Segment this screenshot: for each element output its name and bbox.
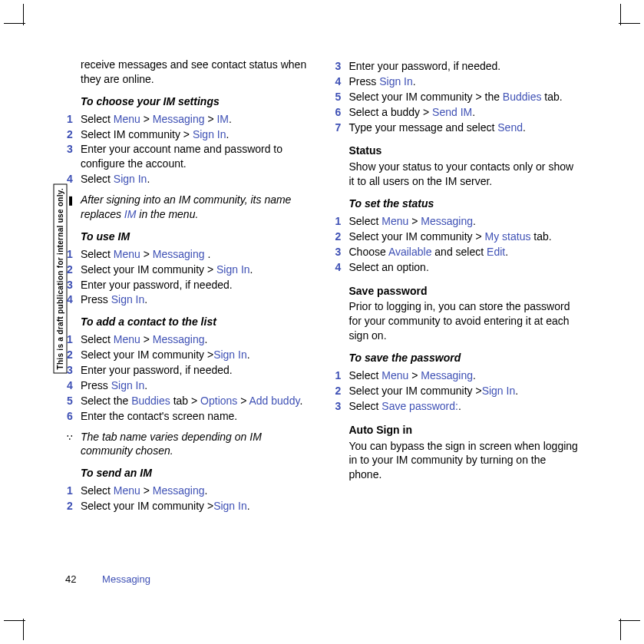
step-number: 2 (335, 384, 343, 398)
step-text: Enter your password, if needed. (349, 60, 501, 72)
column-left: receive messages and see contact status … (65, 58, 311, 514)
step-number: 2 (67, 348, 74, 362)
step-text: Select your IM community > Sign In. (81, 263, 253, 276)
column-right: 3Enter your password, if needed. 4Press … (334, 58, 580, 514)
crop-mark (23, 4, 24, 25)
list-item: 1Select Menu > Messaging. (334, 368, 580, 383)
page-footer: 42 Messaging (65, 573, 150, 586)
list-item: 4Press Sign In. (65, 378, 311, 393)
step-number: 2 (67, 263, 74, 277)
steps-choose-im-settings: 1Select Menu > Messaging > IM. 2Select I… (65, 112, 311, 187)
step-number: 1 (335, 214, 343, 229)
list-item: 3Enter your password, if needed. (65, 278, 311, 292)
step-text: Select an option. (349, 261, 429, 273)
list-item: 2Select IM community > Sign In. (65, 127, 311, 142)
crop-mark (619, 23, 640, 24)
step-number: 5 (67, 394, 74, 408)
steps-send-im: 1Select Menu > Messaging. 2Select your I… (65, 484, 311, 514)
step-text: Select Menu > Messaging. (349, 215, 476, 227)
list-item: 4Select Sign In. (65, 172, 311, 187)
step-number: 1 (67, 484, 74, 498)
step-text: Select the Buddies tab > Options > Add b… (81, 395, 302, 407)
step-text: Enter your password, if needed. (81, 279, 233, 291)
step-number: 4 (335, 74, 343, 89)
step-number: 3 (67, 278, 74, 292)
list-item: 3Choose Available and select Edit. (334, 245, 580, 259)
step-number: 3 (67, 142, 74, 157)
step-text: Select Sign In. (81, 173, 150, 185)
step-text: Type your message and select Send. (349, 121, 526, 134)
steps-add-contact: 1Select Menu > Messaging. 2Select your I… (65, 332, 311, 423)
heading-choose-im-settings: To choose your IM settings (65, 94, 311, 109)
crop-mark (619, 620, 640, 621)
steps-use-im: 1Select Menu > Messaging . 2Select your … (65, 247, 311, 308)
list-item: 2Select your IM community >Sign In. (334, 384, 580, 398)
list-item: 5Select your IM community > the Buddies … (334, 90, 580, 104)
heading-send-im: To send an IM (65, 466, 311, 481)
step-text: Select your IM community > My status tab… (349, 230, 552, 243)
list-item: 1Select Menu > Messaging > IM. (65, 112, 311, 127)
step-number: 1 (67, 332, 74, 347)
step-text: Select Menu > Messaging . (81, 248, 210, 260)
step-number: 6 (335, 105, 343, 120)
step-number: 4 (67, 172, 74, 187)
step-number: 3 (335, 245, 343, 259)
list-item: 7Type your message and select Send. (334, 121, 580, 135)
step-text: Select IM community > Sign In. (81, 128, 229, 140)
heading-add-contact: To add a contact to the list (65, 315, 311, 329)
list-item: 6Select a buddy > Send IM. (334, 105, 580, 120)
steps-send-im-continued: 3Enter your password, if needed. 4Press … (334, 59, 580, 134)
note-tab-name: ∵ The tab name varies depending on IM co… (65, 430, 311, 459)
step-text: Select your IM community >Sign In. (81, 348, 250, 361)
list-item: 4Select an option. (334, 260, 580, 275)
step-text: Select Menu > Messaging. (81, 333, 207, 345)
step-text: Select Menu > Messaging. (81, 484, 207, 497)
step-number: 1 (67, 112, 74, 127)
list-item: 1Select Menu > Messaging. (334, 214, 580, 229)
step-number: 5 (335, 90, 343, 104)
list-item: 2Select your IM community > Sign In. (65, 263, 311, 277)
status-paragraph: Show your status to your contacts only o… (334, 160, 580, 189)
heading-use-im: To use IM (65, 230, 311, 244)
list-item: 1Select Menu > Messaging. (65, 332, 311, 347)
step-text: Enter the contact's screen name. (81, 410, 237, 422)
heading-to-save-password: To save the password (334, 351, 580, 365)
step-number: 2 (67, 499, 74, 514)
list-item: 4Press Sign In. (65, 292, 311, 307)
step-text: Select Menu > Messaging. (349, 369, 476, 381)
crop-mark (620, 4, 621, 25)
page-content: receive messages and see contact status … (65, 58, 579, 586)
list-item: 2Select your IM community >Sign In. (65, 499, 311, 514)
steps-save-password: 1Select Menu > Messaging. 2Select your I… (334, 368, 580, 414)
steps-set-status: 1Select Menu > Messaging. 2Select your I… (334, 214, 580, 275)
step-text: Select your IM community >Sign In. (81, 500, 250, 512)
step-text: Select a buddy > Send IM. (349, 106, 476, 118)
save-password-paragraph: Prior to logging in, you can store the p… (334, 299, 580, 343)
step-number: 6 (67, 409, 74, 424)
heading-auto-signin: Auto Sign in (334, 423, 580, 438)
list-item: 4Press Sign In. (334, 74, 580, 89)
list-item: 2Select your IM community > My status ta… (334, 230, 580, 244)
step-number: 3 (335, 399, 343, 414)
note-signin: ❚ After signing into an IM community, it… (65, 193, 311, 222)
intro-paragraph: receive messages and see contact status … (65, 58, 311, 87)
heading-set-status: To set the status (334, 197, 580, 211)
list-item: 3Enter your password, if needed. (65, 363, 311, 378)
list-item: 3Enter your password, if needed. (334, 59, 580, 74)
crop-mark (4, 23, 25, 24)
crop-mark (620, 619, 621, 640)
heading-save-password: Save password (334, 284, 580, 299)
list-item: 6Enter the contact's screen name. (65, 409, 311, 424)
step-text: Select your IM community >Sign In. (349, 385, 519, 397)
info-icon: ❚ (67, 194, 74, 206)
list-item: 1Select Menu > Messaging. (65, 484, 311, 498)
step-text: Enter your account name and password to … (81, 143, 282, 170)
step-text: Select your IM community > the Buddies t… (349, 91, 563, 103)
crop-mark (4, 620, 25, 621)
step-text: Select Save password:. (349, 400, 461, 412)
step-number: 4 (67, 378, 74, 393)
step-number: 2 (335, 230, 343, 244)
step-number: 7 (335, 121, 343, 135)
step-text: Select Menu > Messaging > IM. (81, 113, 232, 125)
auto-signin-paragraph: You can bypass the sign in screen when l… (334, 439, 580, 483)
